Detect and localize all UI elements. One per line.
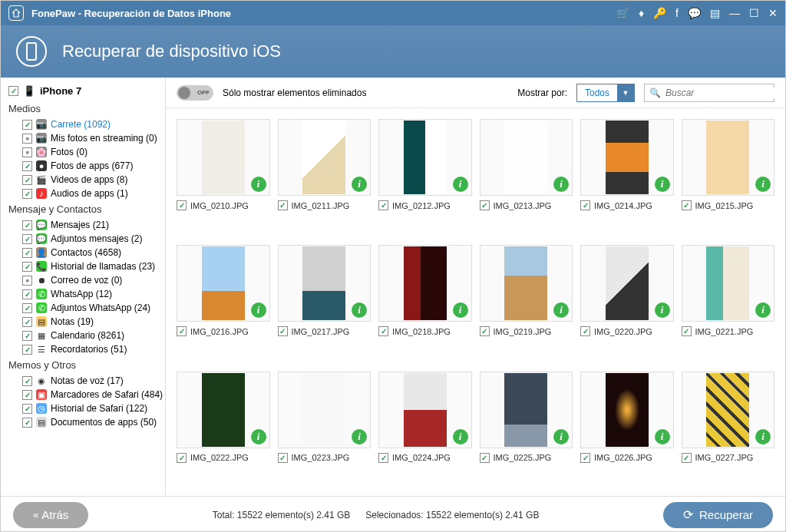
thumbnail-image[interactable]: i	[278, 372, 372, 448]
thumbnail-image[interactable]: i	[480, 372, 573, 448]
checkbox[interactable]	[22, 161, 32, 171]
chat-icon[interactable]: 💬	[688, 7, 701, 19]
key-icon[interactable]: 🔑	[653, 7, 666, 19]
sidebar-item[interactable]: ✆WhatsApp (12)	[1, 287, 165, 301]
sidebar-item[interactable]: 📞Historial de llamadas (23)	[1, 259, 165, 273]
thumbnail-image[interactable]: i	[177, 372, 270, 448]
info-icon[interactable]: i	[251, 302, 266, 318]
facebook-icon[interactable]: f	[675, 7, 679, 19]
checkbox[interactable]	[22, 276, 32, 286]
thumbnail-card[interactable]: iIMG_0219.JPG	[480, 245, 573, 359]
thumbnail-card[interactable]: iIMG_0225.JPG	[480, 372, 573, 485]
thumbnail-checkbox[interactable]	[580, 200, 590, 210]
thumbnail-image[interactable]: i	[278, 245, 372, 322]
sidebar-item[interactable]: 👤Contactos (4658)	[1, 246, 165, 259]
thumbnail-card[interactable]: iIMG_0222.JPG	[177, 372, 270, 485]
thumbnail-card[interactable]: iIMG_0217.JPG	[278, 245, 372, 359]
thumbnail-image[interactable]: i	[278, 119, 372, 196]
thumbnail-card[interactable]: iIMG_0211.JPG	[278, 119, 372, 233]
sidebar-item[interactable]: ▤Notas (19)	[1, 315, 165, 329]
thumbnail-image[interactable]: i	[378, 245, 472, 322]
info-icon[interactable]: i	[352, 302, 367, 318]
minimize-icon[interactable]: —	[729, 7, 740, 19]
device-checkbox[interactable]	[8, 86, 18, 96]
thumbnail-card[interactable]: iIMG_0226.JPG	[580, 372, 674, 485]
deleted-only-toggle[interactable]: OFF	[177, 85, 213, 101]
info-icon[interactable]: i	[553, 429, 569, 444]
thumbnail-checkbox[interactable]	[682, 453, 692, 463]
thumbnail-checkbox[interactable]	[480, 453, 490, 463]
thumbnail-checkbox[interactable]	[177, 326, 187, 336]
thumbnail-checkbox[interactable]	[580, 453, 590, 463]
checkbox[interactable]	[22, 289, 32, 299]
thumbnail-card[interactable]: iIMG_0214.JPG	[580, 119, 674, 233]
maximize-icon[interactable]: ☐	[749, 7, 759, 19]
thumbnail-image[interactable]: i	[378, 372, 472, 448]
sidebar-item[interactable]: ♪Audios de apps (1)	[1, 187, 165, 200]
thumbnail-checkbox[interactable]	[480, 326, 490, 336]
thumbnail-image[interactable]: i	[580, 372, 674, 448]
sidebar-item[interactable]: ▤Documentos de apps (50)	[1, 415, 165, 429]
sidebar-item[interactable]: ⏺Correo de voz (0)	[1, 273, 165, 287]
thumbnail-card[interactable]: iIMG_0224.JPG	[378, 372, 472, 485]
home-icon[interactable]	[8, 5, 24, 21]
sidebar-item[interactable]: 💬Mensajes (21)	[1, 218, 165, 232]
feedback-icon[interactable]: ▤	[710, 7, 720, 19]
checkbox[interactable]	[22, 248, 32, 258]
thumbnail-card[interactable]: iIMG_0213.JPG	[480, 119, 573, 233]
thumbnail-checkbox[interactable]	[278, 200, 288, 210]
thumbnail-card[interactable]: iIMG_0220.JPG	[580, 245, 674, 359]
show-by-dropdown[interactable]: Todos ▼	[576, 84, 635, 102]
checkbox[interactable]	[22, 317, 32, 327]
info-icon[interactable]: i	[655, 429, 670, 444]
sidebar-item[interactable]: 📷Mis fotos en streaming (0)	[1, 131, 165, 145]
checkbox[interactable]	[22, 345, 32, 355]
thumbnail-checkbox[interactable]	[177, 453, 187, 463]
thumbnail-card[interactable]: iIMG_0212.JPG	[378, 119, 472, 233]
sidebar-item[interactable]: ◷Historial de Safari (122)	[1, 401, 165, 415]
info-icon[interactable]: i	[251, 429, 266, 444]
thumbnail-card[interactable]: iIMG_0221.JPG	[682, 245, 775, 359]
thumbnail-card[interactable]: iIMG_0218.JPG	[378, 245, 472, 359]
checkbox[interactable]	[22, 189, 32, 199]
diamond-icon[interactable]: ♦	[639, 7, 644, 19]
thumbnail-image[interactable]: i	[580, 245, 674, 322]
sidebar-item[interactable]: ●Fotos de apps (677)	[1, 159, 165, 173]
checkbox[interactable]	[22, 376, 32, 386]
thumbnail-image[interactable]: i	[580, 119, 674, 196]
info-icon[interactable]: i	[453, 302, 468, 318]
info-icon[interactable]: i	[352, 177, 367, 192]
thumbnail-image[interactable]: i	[682, 372, 775, 448]
checkbox[interactable]	[22, 234, 32, 244]
info-icon[interactable]: i	[553, 302, 569, 318]
recover-button[interactable]: ⟳ Recuperar	[663, 502, 773, 528]
thumbnail-checkbox[interactable]	[278, 326, 288, 336]
sidebar-item[interactable]: ▦Calendario (8261)	[1, 329, 165, 342]
info-icon[interactable]: i	[251, 177, 266, 192]
thumbnail-image[interactable]: i	[378, 119, 472, 196]
thumbnail-checkbox[interactable]	[177, 200, 187, 210]
checkbox[interactable]	[22, 220, 32, 230]
info-icon[interactable]: i	[755, 177, 771, 192]
sidebar-item[interactable]: 🌸Fotos (0)	[1, 145, 165, 159]
thumbnail-checkbox[interactable]	[580, 326, 590, 336]
checkbox[interactable]	[22, 331, 32, 341]
thumbnail-image[interactable]: i	[177, 119, 270, 196]
thumbnail-card[interactable]: iIMG_0223.JPG	[278, 372, 372, 485]
sidebar-item[interactable]: ◉Notas de voz (17)	[1, 374, 165, 388]
thumbnail-card[interactable]: iIMG_0210.JPG	[177, 119, 270, 233]
checkbox[interactable]	[22, 262, 32, 272]
device-row[interactable]: 📱 iPhone 7	[1, 82, 165, 100]
thumbnail-checkbox[interactable]	[378, 326, 388, 336]
thumbnail-image[interactable]: i	[480, 245, 573, 322]
thumbnail-checkbox[interactable]	[278, 453, 288, 463]
cart-icon[interactable]: 🛒	[616, 7, 629, 19]
back-button[interactable]: « Atrás	[13, 502, 88, 528]
sidebar-item[interactable]: ✆Adjuntos WhatsApp (24)	[1, 301, 165, 315]
thumbnail-image[interactable]: i	[480, 119, 573, 196]
thumbnail-checkbox[interactable]	[682, 200, 692, 210]
checkbox[interactable]	[22, 120, 32, 130]
sidebar-item[interactable]: 📷Carrete (1092)	[1, 117, 165, 131]
sidebar-item[interactable]: 💬Adjuntos mensajes (2)	[1, 232, 165, 246]
checkbox[interactable]	[22, 134, 32, 144]
